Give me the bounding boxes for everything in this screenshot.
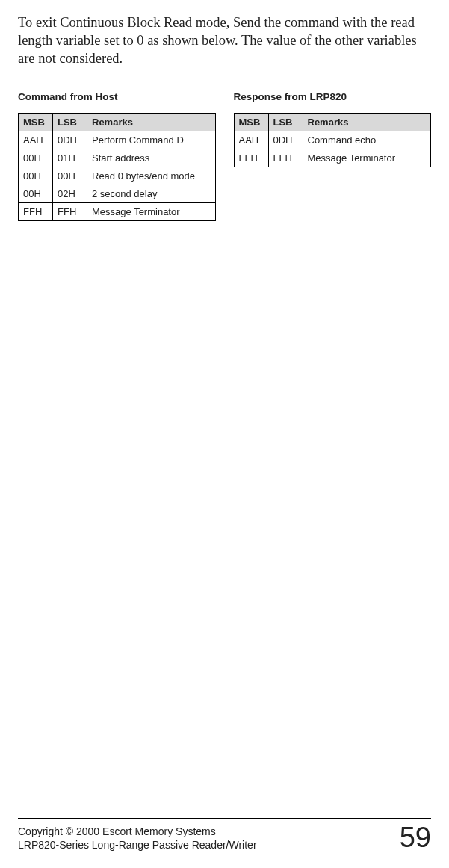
page-footer: Copyright © 2000 Escort Memory Systems L… <box>18 818 431 852</box>
cell-msb: FFH <box>19 203 53 221</box>
command-from-host-block: Command from Host MSB LSB Remarks AAH 0D… <box>18 91 216 221</box>
cell-msb: 00H <box>19 167 53 185</box>
response-from-lrp820-table: MSB LSB Remarks AAH 0DH Command echo FFH… <box>234 113 432 167</box>
header-msb: MSB <box>19 114 53 131</box>
cell-lsb: 0DH <box>53 131 87 149</box>
cell-lsb: 01H <box>53 149 87 167</box>
cell-msb: 00H <box>19 149 53 167</box>
page-number: 59 <box>400 823 431 852</box>
cell-remarks: Read 0 bytes/end mode <box>87 167 216 185</box>
footer-product: LRP820-Series Long-Range Passive Reader/… <box>18 838 257 852</box>
table-row: AAH 0DH Perform Command D <box>19 131 216 149</box>
table-row: 00H 02H 2 second delay <box>19 185 216 203</box>
header-remarks: Remarks <box>87 114 216 131</box>
table-row: FFH FFH Message Terminator <box>234 149 431 167</box>
table-row: 00H 01H Start address <box>19 149 216 167</box>
tables-container: Command from Host MSB LSB Remarks AAH 0D… <box>18 91 431 221</box>
cell-remarks: Command echo <box>303 131 431 149</box>
cell-msb: AAH <box>19 131 53 149</box>
footer-copyright: Copyright © 2000 Escort Memory Systems <box>18 825 257 838</box>
footer-text-block: Copyright © 2000 Escort Memory Systems L… <box>18 825 257 852</box>
header-lsb: LSB <box>268 114 303 131</box>
cell-remarks: Start address <box>87 149 216 167</box>
cell-lsb: 02H <box>53 185 87 203</box>
cell-lsb: FFH <box>53 203 87 221</box>
footer-row: Copyright © 2000 Escort Memory Systems L… <box>18 823 431 852</box>
cell-lsb: 0DH <box>268 131 303 149</box>
table-header-row: MSB LSB Remarks <box>19 114 216 131</box>
command-from-host-title: Command from Host <box>18 91 216 102</box>
command-from-host-table: MSB LSB Remarks AAH 0DH Perform Command … <box>18 113 216 221</box>
cell-remarks: Message Terminator <box>87 203 216 221</box>
cell-msb: AAH <box>234 131 268 149</box>
cell-lsb: FFH <box>268 149 303 167</box>
header-remarks: Remarks <box>303 114 431 131</box>
cell-msb: 00H <box>19 185 53 203</box>
response-from-lrp820-title: Response from LRP820 <box>234 91 432 102</box>
intro-paragraph: To exit Continuous Block Read mode, Send… <box>18 13 431 67</box>
cell-remarks: 2 second delay <box>87 185 216 203</box>
table-row: AAH 0DH Command echo <box>234 131 431 149</box>
table-row: 00H 00H Read 0 bytes/end mode <box>19 167 216 185</box>
response-from-lrp820-block: Response from LRP820 MSB LSB Remarks AAH… <box>234 91 432 167</box>
footer-divider <box>18 818 431 819</box>
table-header-row: MSB LSB Remarks <box>234 114 431 131</box>
cell-remarks: Message Terminator <box>303 149 431 167</box>
cell-remarks: Perform Command D <box>87 131 216 149</box>
cell-msb: FFH <box>234 149 268 167</box>
header-lsb: LSB <box>53 114 87 131</box>
header-msb: MSB <box>234 114 268 131</box>
table-row: FFH FFH Message Terminator <box>19 203 216 221</box>
cell-lsb: 00H <box>53 167 87 185</box>
